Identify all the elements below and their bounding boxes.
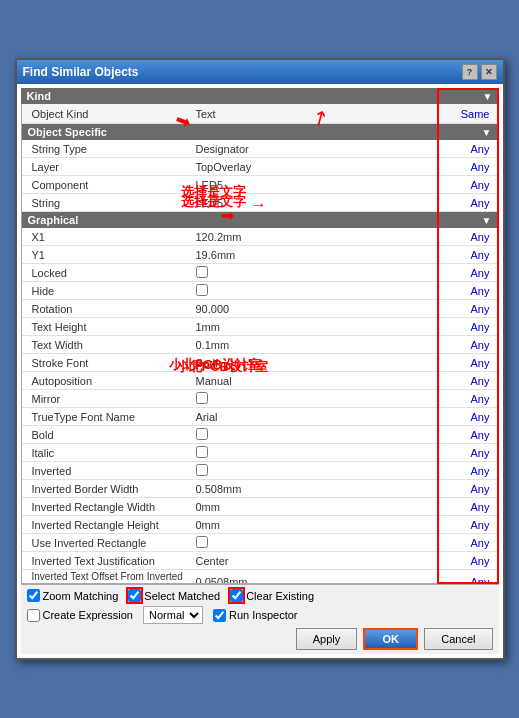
close-button[interactable]: ✕	[481, 64, 497, 80]
mirror-row: Mirror Any	[22, 390, 498, 408]
inverted-text-offset-match[interactable]: Any	[438, 575, 498, 584]
italic-checkbox-cell	[192, 445, 438, 461]
locked-match[interactable]: Any	[438, 266, 498, 280]
clear-existing-checkbox[interactable]	[230, 589, 243, 602]
rotation-value: 90.000	[192, 302, 438, 316]
text-height-match[interactable]: Any	[438, 320, 498, 334]
object-kind-row: Object Kind Text Same	[22, 104, 498, 124]
bottom-bar: Zoom Matching Select Matched Clear Exist…	[21, 584, 499, 654]
y1-label: Y1	[22, 248, 192, 262]
locked-checkbox-cell	[192, 265, 438, 281]
kind-collapse-icon[interactable]: ▼	[483, 91, 493, 102]
mirror-label: Mirror	[22, 392, 192, 406]
text-width-row: Text Width 0.1mm Any	[22, 336, 498, 354]
bottom-checkboxes-row2: Create Expression Normal Strict Run Insp…	[27, 606, 493, 624]
x1-value: 120.2mm	[192, 230, 438, 244]
inverted-text-offset-value: 0.0508mm	[192, 575, 438, 584]
y1-match[interactable]: Any	[438, 248, 498, 262]
zoom-matching-checkbox[interactable]	[27, 589, 40, 602]
inverted-checkbox[interactable]	[196, 464, 208, 476]
bold-label: Bold	[22, 428, 192, 442]
help-button[interactable]: ?	[462, 64, 478, 80]
stroke-font-label: Stroke Font	[22, 356, 192, 370]
object-kind-value: Text	[192, 107, 438, 121]
y1-value: 19.6mm	[192, 248, 438, 262]
select-matched-checkbox[interactable]	[128, 589, 141, 602]
kind-section-header: Kind ▼	[21, 88, 499, 104]
stroke-font-row: Stroke Font Serif Any	[22, 354, 498, 372]
dialog-content: Kind ▼ Object Kind Text Same Object Spec…	[17, 84, 503, 658]
hide-match[interactable]: Any	[438, 284, 498, 298]
properties-scroll[interactable]: Object Kind Text Same Object Specific ▼ …	[21, 104, 499, 584]
hide-checkbox[interactable]	[196, 284, 208, 296]
locked-label: Locked	[22, 266, 192, 280]
title-bar-buttons: ? ✕	[462, 64, 497, 80]
string-type-match[interactable]: Any	[438, 142, 498, 156]
italic-match[interactable]: Any	[438, 446, 498, 460]
x1-match[interactable]: Any	[438, 230, 498, 244]
layer-label: Layer	[22, 160, 192, 174]
mirror-checkbox[interactable]	[196, 392, 208, 404]
hide-checkbox-cell	[192, 283, 438, 299]
ok-button[interactable]: OK	[363, 628, 418, 650]
run-inspector-item: Run Inspector	[213, 609, 297, 622]
use-inverted-rect-checkbox[interactable]	[196, 536, 208, 548]
select-matched-item: Select Matched	[128, 589, 220, 602]
inverted-text-just-label: Inverted Text Justification	[22, 554, 192, 568]
run-inspector-label: Run Inspector	[229, 609, 297, 621]
rotation-row: Rotation 90.000 Any	[22, 300, 498, 318]
string-type-row: String Type Designator Any	[22, 140, 498, 158]
truetype-font-label: TrueType Font Name	[22, 410, 192, 424]
zoom-matching-item: Zoom Matching	[27, 589, 119, 602]
graphical-label: Graphical	[28, 214, 79, 226]
component-match[interactable]: Any	[438, 178, 498, 192]
hide-label: Hide	[22, 284, 192, 298]
locked-checkbox[interactable]	[196, 266, 208, 278]
use-inverted-rect-checkbox-cell	[192, 535, 438, 551]
layer-row: Layer TopOverlay Any	[22, 158, 498, 176]
use-inverted-rect-label: Use Inverted Rectangle	[22, 536, 192, 550]
stroke-font-match[interactable]: Any	[438, 356, 498, 370]
object-kind-match[interactable]: Same	[438, 107, 498, 121]
string-match[interactable]: Any	[438, 196, 498, 210]
use-inverted-rect-match[interactable]: Any	[438, 536, 498, 550]
mirror-checkbox-cell	[192, 391, 438, 407]
autoposition-match[interactable]: Any	[438, 374, 498, 388]
component-value: LED5	[192, 178, 438, 192]
component-label: Component	[22, 178, 192, 192]
inverted-border-width-match[interactable]: Any	[438, 482, 498, 496]
object-specific-collapse[interactable]: ▼	[482, 127, 492, 138]
inverted-text-offset-label: Inverted Text Offset From Inverted Rect	[22, 570, 192, 584]
graphical-collapse[interactable]: ▼	[482, 215, 492, 226]
string-type-label: String Type	[22, 142, 192, 156]
object-specific-label: Object Specific	[28, 126, 107, 138]
inverted-rect-height-match[interactable]: Any	[438, 518, 498, 532]
expression-dropdown[interactable]: Normal Strict	[143, 606, 203, 624]
inverted-match[interactable]: Any	[438, 464, 498, 478]
hide-row: Hide Any	[22, 282, 498, 300]
text-height-value: 1mm	[192, 320, 438, 334]
cancel-button[interactable]: Cancel	[424, 628, 492, 650]
inverted-text-just-match[interactable]: Any	[438, 554, 498, 568]
component-row: Component LED5 Any	[22, 176, 498, 194]
create-expression-checkbox[interactable]	[27, 609, 40, 622]
apply-button[interactable]: Apply	[296, 628, 358, 650]
autoposition-row: Autoposition Manual Any	[22, 372, 498, 390]
rotation-match[interactable]: Any	[438, 302, 498, 316]
x1-row: X1 120.2mm Any	[22, 228, 498, 246]
bold-match[interactable]: Any	[438, 428, 498, 442]
run-inspector-checkbox[interactable]	[213, 609, 226, 622]
create-expression-item: Create Expression	[27, 609, 134, 622]
layer-match[interactable]: Any	[438, 160, 498, 174]
mirror-match[interactable]: Any	[438, 392, 498, 406]
inverted-rect-width-row: Inverted Rectangle Width 0mm Any	[22, 498, 498, 516]
truetype-font-match[interactable]: Any	[438, 410, 498, 424]
bold-row: Bold Any	[22, 426, 498, 444]
dialog-buttons: Apply OK Cancel	[27, 628, 493, 650]
dialog-title: Find Similar Objects	[23, 65, 139, 79]
text-width-match[interactable]: Any	[438, 338, 498, 352]
x1-label: X1	[22, 230, 192, 244]
inverted-rect-width-match[interactable]: Any	[438, 500, 498, 514]
italic-checkbox[interactable]	[196, 446, 208, 458]
bold-checkbox[interactable]	[196, 428, 208, 440]
